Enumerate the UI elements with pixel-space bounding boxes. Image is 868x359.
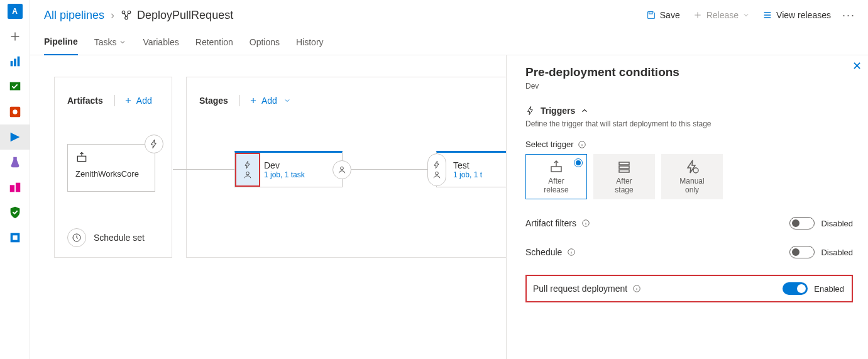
user-icon: [243, 170, 252, 179]
stage-name: Dev: [264, 160, 342, 170]
tab-retention[interactable]: Retention: [195, 30, 233, 55]
svg-point-15: [246, 172, 250, 175]
schedule-toggle[interactable]: [789, 246, 815, 258]
artifacts-panel: Artifacts Add ZenithWorksCore: [54, 77, 172, 258]
artifact-trigger-icon[interactable]: [145, 135, 163, 153]
org-avatar[interactable]: A: [8, 4, 23, 19]
svg-rect-12: [649, 12, 652, 14]
rail-boards-icon[interactable]: [0, 74, 30, 99]
plus-icon: [249, 96, 258, 105]
artifact-filters-toggle[interactable]: [789, 217, 815, 229]
svg-rect-1: [14, 58, 16, 66]
connector-line: [351, 169, 436, 170]
svg-point-11: [125, 16, 128, 19]
pull-request-toggle[interactable]: [783, 282, 808, 295]
pipeline-icon: [121, 9, 132, 21]
tab-pipeline[interactable]: Pipeline: [44, 30, 78, 55]
rail-artifacts-icon[interactable]: [0, 175, 30, 200]
radio-selected: [574, 158, 583, 167]
trigger-option-manual-only[interactable]: Manual only: [661, 154, 723, 199]
stages-title: Stages: [199, 96, 228, 106]
add-stage-button[interactable]: Add: [249, 96, 291, 106]
info-icon[interactable]: [578, 140, 586, 149]
tab-history[interactable]: History: [296, 30, 324, 55]
pre-deployment-panel: ✕ Pre-deployment conditions Dev Triggers…: [506, 55, 868, 359]
breadcrumb-separator: ›: [111, 9, 114, 22]
svg-rect-19: [551, 167, 561, 172]
svg-rect-0: [10, 61, 13, 66]
rail-pipelines-icon[interactable]: [0, 124, 30, 150]
chevron-down-icon: [119, 38, 126, 46]
pipeline-title: DeployPullRequest: [137, 9, 233, 22]
rail-test-icon[interactable]: [0, 150, 30, 175]
save-icon: [646, 10, 656, 20]
rail-dashboard-icon[interactable]: [0, 49, 30, 74]
info-icon[interactable]: [632, 284, 641, 293]
chevron-down-icon: [283, 97, 291, 104]
release-button: Release: [686, 5, 756, 25]
tab-variables[interactable]: Variables: [143, 30, 179, 55]
lightning-icon: [243, 160, 252, 169]
schedule-label: Schedule set: [94, 233, 145, 243]
svg-rect-2: [17, 57, 19, 67]
stage-card-dev[interactable]: Dev 1 job, 1 task: [234, 151, 343, 187]
rail-extension-icon[interactable]: [0, 225, 30, 250]
rail-repos-icon[interactable]: [0, 99, 30, 124]
svg-point-16: [341, 167, 344, 170]
connector-line: [173, 169, 234, 170]
svg-point-5: [13, 109, 17, 114]
triggers-desc: Define the trigger that will start deplo…: [525, 119, 853, 128]
more-menu[interactable]: ···: [837, 9, 860, 22]
rail-compliance-icon[interactable]: [0, 200, 30, 225]
artifact-card[interactable]: ZenithWorksCore: [67, 144, 155, 192]
build-icon: [75, 151, 88, 163]
list-icon: [762, 10, 772, 20]
manual-icon: [684, 159, 700, 174]
svg-rect-22: [619, 170, 629, 172]
trigger-option-after-release[interactable]: After release: [525, 154, 587, 199]
stage-subtitle[interactable]: 1 job, 1 task: [264, 170, 342, 179]
left-nav-rail: A: [0, 0, 30, 359]
svg-rect-21: [619, 166, 629, 168]
user-icon: [432, 170, 441, 179]
stages-panel: Stages Add: [186, 77, 530, 258]
info-icon[interactable]: [567, 248, 576, 257]
plus-icon: [124, 96, 133, 105]
pre-deployment-conditions-button[interactable]: [235, 153, 260, 187]
schedule-row: Schedule Disabled: [525, 246, 853, 258]
view-releases-button[interactable]: View releases: [756, 5, 837, 25]
user-icon: [338, 165, 346, 174]
svg-rect-6: [9, 185, 14, 192]
artifacts-title: Artifacts: [67, 96, 103, 106]
select-trigger-label: Select trigger: [525, 140, 853, 149]
close-panel-button[interactable]: ✕: [852, 59, 862, 73]
lightning-icon: [432, 160, 441, 169]
svg-point-23: [693, 168, 698, 173]
plus-icon: [693, 10, 703, 20]
tab-bar: Pipeline Tasks Variables Retention Optio…: [30, 30, 868, 55]
pull-request-deployment-row: Pull request deployment Enabled: [525, 275, 853, 302]
trigger-option-after-stage[interactable]: After stage: [593, 154, 655, 199]
artifact-name: ZenithWorksCore: [75, 169, 147, 179]
artifact-filters-row: Artifact filters Disabled: [525, 217, 853, 229]
svg-point-17: [436, 172, 439, 175]
breadcrumb-root[interactable]: All pipelines: [44, 9, 104, 22]
info-icon[interactable]: [581, 219, 590, 228]
schedule-icon[interactable]: [67, 228, 86, 247]
tab-tasks[interactable]: Tasks: [94, 30, 127, 55]
triggers-section-header[interactable]: Triggers: [525, 106, 853, 116]
svg-rect-20: [619, 162, 629, 165]
add-artifact-button[interactable]: Add: [124, 96, 152, 106]
stage-icon: [617, 159, 632, 174]
panel-title: Pre-deployment conditions: [525, 65, 853, 79]
lightning-icon: [525, 106, 536, 116]
svg-rect-13: [77, 156, 85, 161]
rail-add-icon[interactable]: [0, 24, 30, 49]
post-deployment-conditions-button[interactable]: [332, 160, 351, 179]
chevron-down-icon: [742, 11, 750, 19]
chevron-up-icon: [580, 106, 589, 115]
save-button[interactable]: Save: [640, 5, 686, 25]
tab-options[interactable]: Options: [250, 30, 280, 55]
page-header: All pipelines › DeployPullRequest Save R…: [30, 0, 868, 30]
pre-deployment-conditions-button[interactable]: [427, 153, 446, 186]
